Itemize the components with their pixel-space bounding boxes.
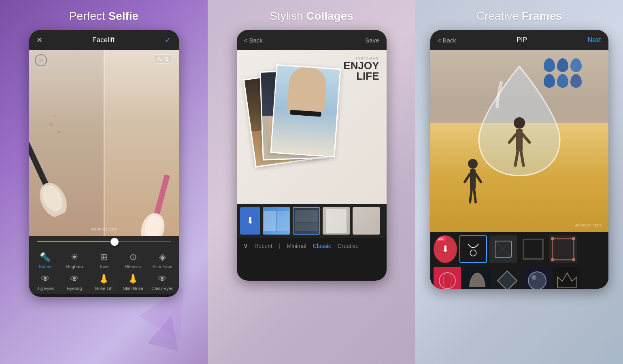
brighten-label: Brighten [66,264,83,269]
tone-icon: ⊞ [100,252,107,262]
glass-frame-icon [489,235,517,263]
back-button[interactable]: < Back [244,37,263,44]
tool-brighten[interactable]: ☀ Brighten [62,252,87,269]
pip-title: PIP [517,36,527,44]
collage-background: INSTAMAG ENJOY LIFE [237,50,387,204]
svg-point-29 [572,258,575,261]
slim-face-icon: ◈ [159,252,166,262]
panel-1-title: Perfect Selfie [69,10,138,23]
frame-thumb-dark-rect[interactable] [519,235,547,263]
tool-blemish[interactable]: ⊙ Blemish [121,252,145,269]
tools-row-2: 👁 Big Eyes 👁 Eyebag 👃 Nose Lift 👃 Slim N… [31,272,177,294]
blemish-label: Blemish [125,264,141,269]
download-icon: ⬇ [442,244,449,254]
watermark-1: webneel.com [91,226,117,231]
tab-classic[interactable]: Classic [313,243,331,249]
tool-eyebag[interactable]: 👁 Eyebag [62,274,87,291]
photo-card-3 [270,64,341,158]
face-detect-icon: ☺ [35,54,47,66]
phone-frames-mockup: < Back PIP Next [430,30,608,289]
collage-bottom-area: ⬇ [237,204,387,254]
diamond-frame-icon [493,267,521,289]
tool-nose-lift[interactable]: 👃 Nose Lift [91,274,116,291]
tab-minimal[interactable]: Minimal [287,243,306,249]
frame-thumb-bubble[interactable] [523,267,551,289]
eyebag-icon: 👁 [70,274,79,284]
frame-thumb-crown[interactable] [553,267,581,289]
bubble-frame-icon [523,267,551,289]
frames-back-button[interactable]: < Back [438,37,456,44]
svg-point-12 [514,117,525,129]
brighten-icon: ☀ [70,252,79,262]
frame-thumb-hand[interactable] [464,267,491,289]
panel-2-title-regular: Stylish [270,10,306,22]
nose-lift-label: Nose Lift [95,286,113,291]
hand-frame-icon [464,267,491,289]
sphere-frame-icon [434,267,461,289]
svg-line-11 [474,189,476,202]
tabs-collapse-icon[interactable]: ∨ [243,242,248,250]
panel-3-title-regular: Creative [476,10,522,22]
collage-thumb-2[interactable] [293,207,320,235]
panel-3-title: Creative Frames [476,10,562,23]
collage-thumb-1[interactable] [263,207,290,235]
svg-point-37 [532,275,536,280]
tool-soften[interactable]: 🔦 Soften [33,252,57,269]
eyebag-label: Eyebag [67,286,82,291]
clear-eyes-icon: 👁 [158,274,167,284]
face-background: ☺ A | B [29,50,179,236]
necklace-frame-icon [460,235,486,263]
adjustment-slider-area [29,236,179,247]
tab-creative[interactable]: Creative [338,243,359,249]
panel-1-title-regular: Perfect [69,10,108,22]
tab-divider: | [279,243,281,249]
frames-thumbnails-row-2 [430,266,608,289]
tool-tone[interactable]: ⊞ Tone [91,252,116,269]
collage-thumb-3[interactable] [323,207,350,235]
frame-thumb-fancy[interactable] [549,235,577,263]
frame-thumb-sphere1[interactable] [434,267,461,289]
save-button[interactable]: Save [365,37,379,44]
svg-point-36 [528,272,546,289]
slider-thumb[interactable] [111,238,119,246]
collage-thumb-4[interactable] [353,207,380,235]
new-badge: New [434,235,442,238]
before-after-split [104,50,104,236]
frame-download-button[interactable]: ⬇ New [434,235,457,263]
svg-rect-13 [516,129,523,151]
svg-line-10 [470,189,472,202]
frames-bottom-area: ⬇ New [430,232,608,289]
nose-lift-icon: 👃 [98,274,109,284]
clear-eyes-label: Clear Eyes [151,286,173,291]
frame-thumb-glass[interactable] [489,235,517,263]
phone-1-title: Facelift [92,36,115,44]
frames-background: webneel.com [430,50,608,232]
tool-clear-eyes[interactable]: 👁 Clear Eyes [150,274,174,291]
tool-slim-face[interactable]: ◈ Slim Face [150,252,174,269]
close-icon[interactable]: ✕ [36,36,43,44]
watermark-3: webneel.com [575,222,601,227]
frame-thumb-necklace[interactable] [459,235,487,263]
download-button[interactable]: ⬇ [240,207,260,235]
svg-line-8 [465,174,470,182]
big-eyes-label: Big Eyes [36,286,54,291]
tool-big-eyes[interactable]: 👁 Big Eyes [33,274,57,291]
frame-thumb-diamond[interactable] [493,267,521,289]
frames-next-button[interactable]: Next [588,36,601,44]
phone-2-topbar: < Back Save [237,30,387,50]
slim-face-label: Slim Face [153,264,172,269]
phone-collages-mockup: < Back Save INSTAMAG ENJOY LIFE [237,30,387,281]
collage-tabs: ∨ Recent | Minimal Classic Creative [237,238,387,254]
ab-comparison-badge[interactable]: A | B [153,54,173,63]
tool-slim-nose[interactable]: 👃 Slim Nose [121,274,145,291]
tab-recent[interactable]: Recent [255,243,272,249]
svg-rect-30 [434,267,461,289]
panel-1-title-bold: Selfie [108,10,138,22]
adjustment-slider[interactable] [37,241,171,242]
slim-nose-icon: 👃 [128,274,138,284]
panel-collages: Stylish Collages < Back Save INSTAMAG EN… [208,0,415,364]
check-icon[interactable]: ✓ [164,35,171,45]
slim-nose-label: Slim Nose [123,286,143,291]
svg-point-27 [572,237,575,240]
svg-rect-18 [460,236,486,262]
